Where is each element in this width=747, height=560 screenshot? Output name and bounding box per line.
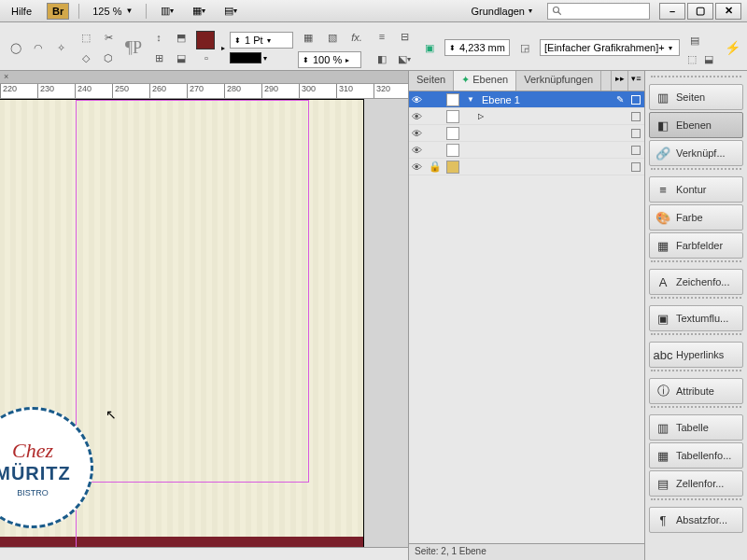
layer-row[interactable]: 👁 [409, 125, 644, 142]
panel-button[interactable]: ▦Farbfelder [649, 232, 743, 259]
minimize-button[interactable]: – [659, 3, 685, 20]
panel-grip[interactable] [651, 406, 741, 412]
panel-button[interactable]: ≡Kontur [649, 176, 743, 203]
maximize-button[interactable]: ▢ [687, 3, 713, 20]
wrap-icon[interactable]: ⬕▾ [394, 49, 415, 69]
visibility-icon[interactable]: 👁 [409, 128, 424, 139]
tool-icon[interactable]: ◠ [28, 37, 49, 58]
menu-help[interactable]: Hilfe [6, 4, 37, 19]
panel-menu-icon[interactable]: ▾≡ [627, 71, 644, 91]
select-indicator[interactable] [631, 129, 641, 138]
paragraph-icon[interactable]: ¶P [123, 37, 144, 58]
visibility-icon[interactable]: 👁 [409, 94, 424, 105]
align-icon[interactable]: ≡ [372, 26, 392, 47]
swap-icon[interactable]: ▫ [196, 51, 217, 64]
tool-icon[interactable]: ▤ [684, 30, 705, 50]
arrange-icon[interactable]: ▦▾ [188, 2, 210, 21]
panel-label: Ebenen [676, 119, 712, 131]
disclosure-icon[interactable]: ▷ [478, 112, 484, 120]
select-indicator[interactable] [631, 146, 641, 155]
crop-icon[interactable]: ▣ [419, 37, 440, 58]
tool-icon[interactable]: ⊞ [148, 48, 169, 68]
tool-icon[interactable]: ⬚ [76, 27, 96, 48]
tool-icon[interactable]: ◯ [6, 37, 26, 58]
close-tab-icon[interactable]: × [4, 72, 8, 81]
panel-icon: 🔗 [655, 146, 670, 161]
layer-row[interactable]: 👁🔒 [409, 159, 644, 175]
tool-icon[interactable]: ⬒ [171, 27, 191, 48]
tool-icon[interactable]: ⬓ [701, 52, 716, 65]
panel-grip[interactable] [651, 333, 741, 339]
tool-icon[interactable]: ↕ [148, 27, 169, 48]
view-icon[interactable]: ▤▾ [219, 2, 242, 21]
tab-layers[interactable]: ✦ Ebenen [454, 71, 516, 91]
visibility-icon[interactable]: 👁 [409, 111, 424, 122]
wrap-icon[interactable]: ◧ [372, 49, 392, 69]
panel-button[interactable]: ▤Zellenfor... [649, 470, 743, 497]
visibility-icon[interactable]: 👁 [409, 161, 424, 173]
document-area: × 220 230 240 250 260 270 280 290 300 31… [0, 71, 408, 560]
stroke-weight-field[interactable]: ⬍1 Pt▾ [230, 32, 293, 49]
tool-icon[interactable]: ⬡ [98, 48, 119, 68]
panel-grip[interactable] [651, 168, 741, 174]
tool-icon[interactable]: ◇ [76, 48, 96, 68]
tool-icon[interactable]: ▧ [322, 27, 343, 48]
tool-icon[interactable]: ⬚ [684, 52, 699, 65]
panel-grip[interactable] [651, 260, 741, 266]
tab-pages[interactable]: Seiten [409, 71, 454, 91]
layer-row[interactable]: 👁▼Ebene 1✎ [409, 91, 644, 108]
panel-button[interactable]: ▣Textumflu... [649, 305, 743, 331]
opacity-field[interactable]: ⬍100 %▸ [298, 51, 361, 68]
select-indicator[interactable] [631, 162, 641, 172]
panel-button[interactable]: 🎨Farbe [649, 204, 743, 231]
tab-links[interactable]: Verknüpfungen [516, 71, 601, 91]
panel-button[interactable]: ◧Ebenen [649, 112, 743, 138]
lock-icon[interactable]: 🔒 [428, 161, 443, 173]
layer-row[interactable]: 👁▷ [409, 108, 644, 125]
panel-grip[interactable] [651, 370, 741, 375]
align-icon[interactable]: ⊟ [394, 26, 415, 47]
select-indicator[interactable] [631, 112, 641, 121]
tool-icon[interactable]: ⬓ [171, 48, 191, 68]
measure-value: 4,233 mm [459, 42, 505, 53]
screen-mode-icon[interactable]: ▥▾ [156, 2, 178, 21]
stroke-style[interactable] [230, 52, 261, 63]
quick-apply-icon[interactable]: ⚡ [723, 38, 741, 57]
panel-button[interactable]: ⓘAttribute [649, 378, 743, 404]
panel-button[interactable]: 🔗Verknüpf... [649, 140, 743, 166]
tool-icon[interactable]: ✧ [50, 37, 71, 58]
corner-icon[interactable]: ◲ [514, 37, 535, 58]
layer-row[interactable]: 👁 [409, 142, 644, 159]
fx-icon[interactable]: fx. [346, 27, 367, 48]
fill-swatch[interactable] [196, 31, 215, 49]
panel-button[interactable]: ¶Absatzfor... [649, 507, 743, 533]
layer-thumb [446, 110, 459, 123]
panel-label: Tabellenfo... [676, 450, 731, 461]
zoom-level[interactable]: 125 %▼ [89, 4, 136, 19]
measure-field[interactable]: ⬍4,233 mm [444, 39, 510, 56]
close-button[interactable]: ✕ [715, 3, 741, 20]
chevron-icon[interactable]: ▸ [221, 44, 225, 52]
tool-icon[interactable]: ✂ [98, 27, 119, 48]
panel-button[interactable]: AZeichenfo... [649, 269, 743, 295]
search-input[interactable] [547, 3, 650, 20]
panel-button[interactable]: ▦Tabellenfo... [649, 442, 743, 469]
visibility-icon[interactable]: 👁 [409, 145, 424, 156]
select-indicator[interactable] [631, 95, 641, 105]
panel-grip[interactable] [651, 498, 741, 504]
panel-button[interactable]: ▥Tabelle [649, 414, 743, 441]
panel-grip[interactable] [651, 76, 741, 81]
layer-thumb [446, 161, 459, 174]
collapse-icon[interactable]: ▸▸ [611, 71, 627, 91]
disclosure-icon[interactable]: ▼ [467, 95, 474, 104]
canvas[interactable]: Chez MÜRITZ BISTRO ↖ [0, 99, 408, 547]
workspace-switcher[interactable]: Grundlagen▾ [466, 4, 539, 19]
bridge-button[interactable]: Br [47, 3, 69, 20]
panel-button[interactable]: ▥Seiten [649, 84, 743, 110]
logo-line1: Chez [12, 439, 53, 463]
frame-style-combo[interactable]: [Einfacher Grafikrahmen]+▾ [540, 39, 680, 56]
panel-button[interactable]: abcHyperlinks [649, 342, 743, 368]
panel-label: Farbe [676, 212, 703, 223]
panel-grip[interactable] [651, 297, 741, 302]
tool-icon[interactable]: ▦ [298, 27, 318, 48]
